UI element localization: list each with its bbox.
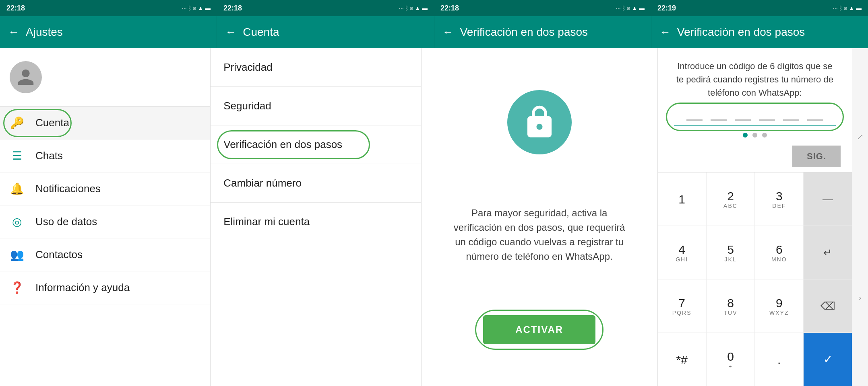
- numpad-4-main: 4: [678, 243, 685, 256]
- numpad-0-main: 0: [727, 350, 734, 363]
- menu-item-notificaciones[interactable]: 🔔 Notificaciones: [0, 172, 210, 205]
- numpad-8-sub: TUV: [723, 310, 737, 316]
- sub-item-seguridad[interactable]: Seguridad: [211, 87, 421, 125]
- menu-item-info[interactable]: ❓ Información y ayuda: [0, 271, 210, 304]
- profile-section: [0, 48, 210, 107]
- sig-button[interactable]: SIG.: [792, 146, 841, 167]
- numpad-key-dot[interactable]: .: [755, 333, 803, 386]
- activar-button[interactable]: ACTIVAR: [483, 315, 595, 344]
- lock-icon-circle: [507, 90, 572, 154]
- numpad-key-6[interactable]: 6 MNO: [755, 226, 803, 279]
- back-arrow-3[interactable]: ←: [442, 26, 454, 39]
- pin-dash-1: [686, 119, 703, 121]
- chats-icon: ☰: [10, 149, 24, 162]
- icons-4: ··· ᛒ ⊕ ▲ ▬: [833, 5, 862, 11]
- contactos-label: Contactos: [35, 248, 83, 261]
- numpad-key-backspace[interactable]: ⌫: [804, 279, 852, 333]
- sub-item-cambiar[interactable]: Cambiar número: [211, 164, 421, 203]
- info-label: Información y ayuda: [35, 281, 130, 294]
- expand-icon[interactable]: ⤢: [857, 132, 864, 142]
- main-panels: 🔑 Cuenta ☰ Chats 🔔 Notificaciones ◎ Uso …: [0, 48, 868, 386]
- numpad-key-7[interactable]: 7 PQRS: [658, 279, 706, 333]
- sub-item-privacidad[interactable]: Privacidad: [211, 48, 421, 87]
- privacidad-label: Privacidad: [223, 61, 272, 73]
- pin-dashes: [674, 112, 836, 124]
- header-3: ← Verificación en dos pasos: [434, 16, 651, 48]
- pin-dots: [658, 128, 852, 142]
- avatar: [10, 61, 42, 93]
- panel-pin-entry-wrapper: Introduce un código de 6 dígitos que se …: [658, 48, 868, 386]
- chevron-right-icon[interactable]: ›: [859, 293, 862, 302]
- numpad-key-5[interactable]: 5 JKL: [707, 226, 755, 279]
- numpad-key-8[interactable]: 8 TUV: [707, 279, 755, 333]
- numpad-dot-main: .: [777, 353, 781, 366]
- time-3: 22:18: [440, 4, 459, 12]
- menu-item-cuenta[interactable]: 🔑 Cuenta: [0, 107, 210, 140]
- numpad-2-sub: ABC: [723, 203, 738, 209]
- header-title-2: Cuenta: [243, 26, 279, 39]
- side-strip: ⤢ ›: [852, 48, 868, 386]
- pin-dot-3: [762, 133, 767, 138]
- numpad-1-main: 1: [678, 193, 685, 206]
- pin-dash-2: [711, 119, 727, 121]
- cuenta-label: Cuenta: [35, 117, 69, 129]
- numpad-key-minus[interactable]: —: [804, 172, 852, 226]
- numpad-3-main: 3: [776, 189, 783, 203]
- pin-dot-2: [752, 133, 757, 138]
- icons-3: ··· ᛒ ⊕ ▲ ▬: [616, 5, 645, 11]
- numpad: 1 2 ABC 3 DEF — 4 GHI: [658, 172, 852, 386]
- numpad-key-enter[interactable]: ↵: [804, 226, 852, 279]
- header-title-4: Verificación en dos pasos: [677, 26, 805, 39]
- numpad-key-9[interactable]: 9 WXYZ: [755, 279, 803, 333]
- seguridad-label: Seguridad: [223, 100, 271, 112]
- numpad-key-2[interactable]: 2 ABC: [707, 172, 755, 226]
- menu-item-contactos[interactable]: 👥 Contactos: [0, 238, 210, 271]
- back-arrow-4[interactable]: ←: [659, 26, 671, 39]
- numpad-0-sub: +: [728, 363, 732, 370]
- numpad-key-1[interactable]: 1: [658, 172, 706, 226]
- status-bars: 22:18 ··· ᛒ ⊕ ▲ ▬ 22:18 ··· ᛒ ⊕ ▲ ▬ 22:1…: [0, 0, 868, 16]
- sig-row: SIG.: [658, 142, 852, 172]
- numpad-minus-icon: —: [823, 193, 833, 205]
- numpad-key-3[interactable]: 3 DEF: [755, 172, 803, 226]
- back-arrow-1[interactable]: ←: [8, 26, 19, 39]
- header-1: ← Ajustes: [0, 16, 217, 48]
- data-icon: ◎: [10, 215, 24, 228]
- pin-input-area[interactable]: [658, 106, 852, 128]
- pin-description: Introduce un código de 6 dígitos que se …: [658, 48, 852, 106]
- menu-item-uso[interactable]: ◎ Uso de datos: [0, 205, 210, 238]
- verificacion-label: Verificación en dos pasos: [223, 138, 342, 150]
- pin-dot-1: [743, 133, 748, 138]
- numpad-key-4[interactable]: 4 GHI: [658, 226, 706, 279]
- contacts-icon: 👥: [10, 248, 24, 261]
- panel-ajustes: 🔑 Cuenta ☰ Chats 🔔 Notificaciones ◎ Uso …: [0, 48, 211, 386]
- back-arrow-2[interactable]: ←: [225, 26, 236, 39]
- help-icon: ❓: [10, 281, 24, 294]
- sub-item-eliminar[interactable]: Eliminar mi cuenta: [211, 203, 421, 241]
- panel-verificacion-info: Para mayor seguridad, activa la verifica…: [422, 48, 658, 386]
- numpad-confirm-icon: ✓: [823, 353, 833, 366]
- numpad-enter-icon: ↵: [823, 247, 832, 259]
- numpad-9-sub: WXYZ: [769, 310, 789, 316]
- menu-item-chats[interactable]: ☰ Chats: [0, 140, 210, 172]
- panel-cuenta: Privacidad Seguridad Verificación en dos…: [211, 48, 421, 386]
- numpad-key-star-hash[interactable]: *#: [658, 333, 706, 386]
- pin-dash-4: [759, 119, 775, 121]
- time-2: 22:18: [223, 4, 242, 12]
- numpad-9-main: 9: [776, 296, 783, 310]
- chats-label: Chats: [35, 150, 63, 162]
- numpad-6-main: 6: [776, 243, 783, 256]
- status-bar-2: 22:18 ··· ᛒ ⊕ ▲ ▬: [217, 0, 434, 16]
- numpad-3-sub: DEF: [772, 203, 786, 209]
- sub-item-verificacion[interactable]: Verificación en dos pasos: [211, 125, 421, 164]
- numpad-key-0[interactable]: 0 +: [707, 333, 755, 386]
- numpad-5-sub: JKL: [724, 256, 736, 263]
- panel-pin-entry: Introduce un código de 6 dígitos que se …: [658, 48, 852, 386]
- icons-1: ··· ᛒ ⊕ ▲ ▬: [182, 5, 211, 11]
- numpad-key-confirm[interactable]: ✓: [804, 333, 852, 386]
- numpad-backspace-icon: ⌫: [820, 300, 835, 312]
- header-4: ← Verificación en dos pasos: [651, 16, 868, 48]
- numpad-7-sub: PQRS: [672, 310, 692, 316]
- time-4: 22:19: [657, 4, 676, 12]
- cambiar-label: Cambiar número: [223, 177, 302, 189]
